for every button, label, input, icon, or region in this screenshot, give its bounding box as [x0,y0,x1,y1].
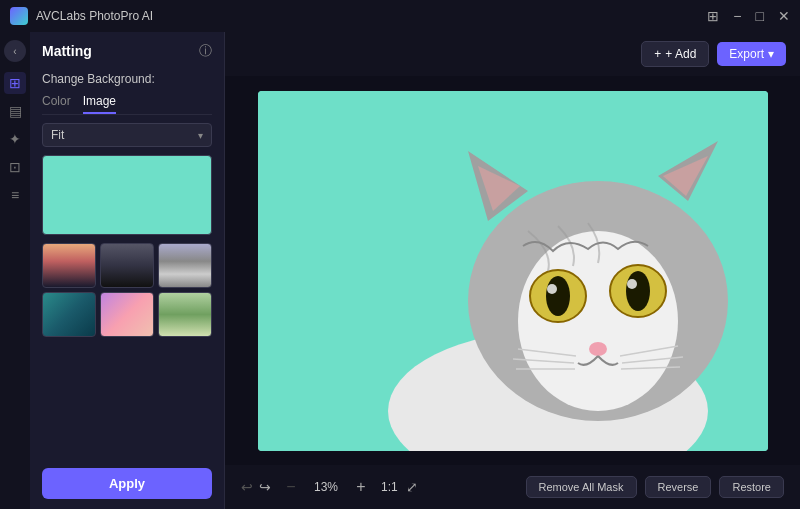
title-bar-controls: ⊞ − □ ✕ [707,8,790,24]
history-controls: ↩ ↪ [241,479,271,495]
export-button[interactable]: Export ▾ [717,42,786,66]
menu-icon[interactable]: ⊞ [707,8,719,24]
thumbnail-green-field[interactable] [158,292,212,337]
tab-row: Color Image [42,94,212,115]
plus-icon: + [654,47,661,61]
zoom-in-button[interactable]: + [349,475,373,499]
thumbnail-mountain-sunset[interactable] [42,243,96,288]
image-grid [42,243,212,337]
bottom-toolbar: ↩ ↪ − 13% + 1:1 ⤢ Remove All Mask Revers… [225,465,800,509]
tab-color[interactable]: Color [42,94,71,114]
sidebar-icon-puzzle[interactable]: ✦ [4,128,26,150]
background-preview [42,155,212,235]
panel-header: Matting ⓘ [42,42,212,60]
cat-scene-svg [258,91,768,451]
change-bg-label: Change Background: [42,72,212,86]
thumbnail-purple-sky[interactable] [100,292,154,337]
bottom-right-buttons: Remove All Mask Reverse Restore [526,476,784,498]
svg-point-17 [589,342,607,356]
zoom-ratio[interactable]: 1:1 [381,480,398,494]
undo-button[interactable]: ↩ [241,479,253,495]
info-icon[interactable]: ⓘ [199,42,212,60]
canvas-content [225,76,800,465]
add-button[interactable]: + + Add [641,41,709,67]
close-button[interactable]: ✕ [778,8,790,24]
sidebar-icon-sliders[interactable]: ≡ [4,184,26,206]
icon-sidebar: ‹ ⊞ ▤ ✦ ⊡ ≡ [0,32,30,509]
svg-point-11 [626,271,650,311]
title-bar: AVCLabs PhotoPro AI ⊞ − □ ✕ [0,0,800,32]
restore-button[interactable]: Restore [719,476,784,498]
app-title: AVCLabs PhotoPro AI [36,9,153,23]
tab-image[interactable]: Image [83,94,116,114]
zoom-percent: 13% [311,480,341,494]
app-icon [10,7,28,25]
thumbnail-ocean[interactable] [42,292,96,337]
back-button[interactable]: ‹ [4,40,26,62]
export-chevron-icon: ▾ [768,47,774,61]
sidebar-icon-grid[interactable]: ⊞ [4,72,26,94]
apply-button[interactable]: Apply [42,468,212,499]
fit-screen-icon[interactable]: ⤢ [406,479,418,495]
panel: Matting ⓘ Change Background: Color Image… [30,32,225,509]
redo-button[interactable]: ↪ [259,479,271,495]
sidebar-icon-stamp[interactable]: ⊡ [4,156,26,178]
sidebar-icon-layers[interactable]: ▤ [4,100,26,122]
add-label: + Add [665,47,696,61]
zoom-controls: ↩ ↪ − 13% + 1:1 ⤢ [241,475,418,499]
svg-point-12 [547,284,557,294]
remove-all-mask-button[interactable]: Remove All Mask [526,476,637,498]
thumbnail-snow-mountain[interactable] [158,243,212,288]
zoom-out-button[interactable]: − [279,475,303,499]
svg-point-13 [627,279,637,289]
cat-image [258,91,768,451]
top-bar: + + Add Export ▾ [225,32,800,76]
panel-title: Matting [42,43,92,59]
fit-dropdown[interactable]: Fit ▾ [42,123,212,147]
thumbnail-dark-mountain[interactable] [100,243,154,288]
main-container: ‹ ⊞ ▤ ✦ ⊡ ≡ Matting ⓘ Change Background:… [0,32,800,509]
export-label: Export [729,47,764,61]
maximize-button[interactable]: □ [756,8,764,24]
canvas-area: + + Add Export ▾ [225,32,800,509]
minimize-button[interactable]: − [733,8,741,24]
chevron-down-icon: ▾ [198,130,203,141]
reverse-button[interactable]: Reverse [645,476,712,498]
svg-point-10 [546,276,570,316]
dropdown-value: Fit [51,128,64,142]
title-bar-left: AVCLabs PhotoPro AI [10,7,153,25]
